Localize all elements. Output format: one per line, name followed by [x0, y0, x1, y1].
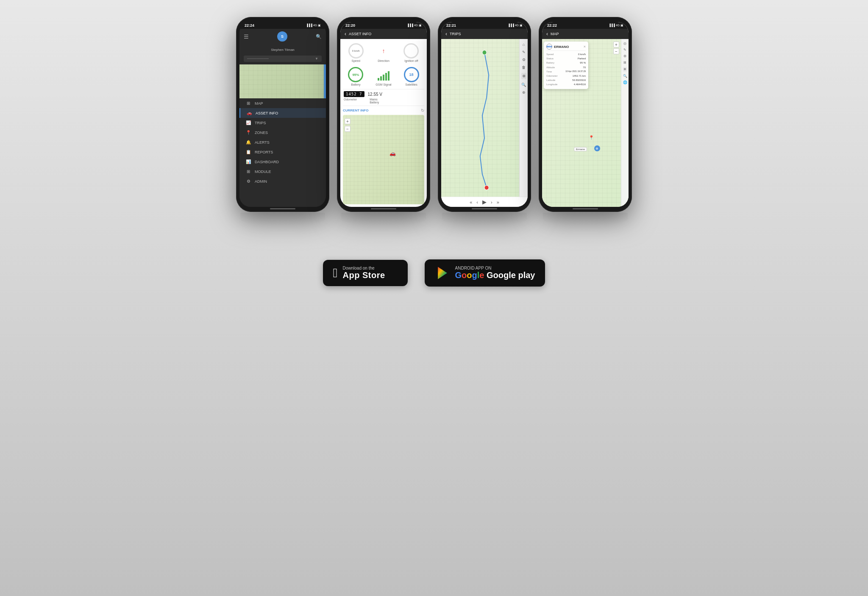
info-lon-val: 4.4644516 — [574, 82, 586, 86]
globe-icon[interactable]: 🌐 — [623, 81, 627, 84]
gsm-bar-5 — [388, 71, 389, 81]
appstore-sub: Download on the — [343, 266, 385, 270]
info-battery-val: 95 % — [580, 61, 586, 65]
ignition-circle — [403, 43, 419, 58]
googleplay-icon — [435, 265, 450, 281]
appstore-button[interactable]:  Download on the App Store — [323, 260, 408, 286]
phone-1-reflection — [240, 213, 325, 226]
voltage-display: 12.55 V — [368, 92, 382, 97]
info-status-val: Parked — [578, 56, 586, 61]
gauge-direction: ↑ Direction — [376, 43, 391, 62]
locate-icon[interactable]: ◎ — [623, 42, 626, 45]
menu-item-zones[interactable]: 📍 ZONES — [239, 128, 326, 137]
satellites-circle: 18 — [404, 67, 419, 82]
menu-item-map[interactable]: ⊞ MAP — [239, 98, 326, 108]
search-icon-map[interactable]: 🔍 — [623, 74, 627, 78]
skip-fwd-btn[interactable]: » — [497, 200, 499, 205]
phone-1-wrap: 22:24 ▐▐▐ 4G ▣ ☰ S 🔍 Stephen Tilman — [236, 17, 329, 226]
zoom-out-btn[interactable]: − — [613, 48, 619, 54]
trips-controls: « ‹ ▶ › » — [441, 197, 528, 207]
info-lon-row: Longitude 4.4644516 — [546, 82, 586, 86]
odo-labels-row: Odometer Mains Battery — [344, 98, 423, 104]
menu-item-admin[interactable]: ⚙ ADMIN — [239, 176, 326, 186]
phone-2-mini-map: + − 🚗 — [343, 115, 424, 204]
asset-dropdown[interactable]: ───────── ▼ — [244, 56, 322, 62]
trip-path-svg — [441, 39, 528, 197]
info-lat-val: 50.8320316 — [572, 78, 586, 82]
snowflake-icon[interactable]: ❄ — [521, 73, 526, 79]
back-icon-4[interactable]: ‹ — [546, 31, 548, 37]
phone-2-time: 22:20 — [345, 23, 355, 28]
snowflake-icon-2[interactable]: ❄ — [623, 67, 627, 72]
dashboard-icon: 📊 — [245, 159, 251, 164]
store-buttons-row:  Download on the App Store ANDR — [323, 259, 545, 287]
phone-2: 22:20 ▐▐▐ 4G ▣ ‹ ASSET INFO 0 km/h — [337, 17, 430, 212]
menu-item-module[interactable]: ⊞ MODULE — [239, 167, 326, 176]
gauges-row-1: 0 km/h Speed ↑ Direction — [343, 42, 424, 64]
next-btn[interactable]: › — [491, 200, 492, 205]
map-grid — [239, 64, 326, 98]
phone-2-signal-icons: ▐▐▐ 4G ▣ — [407, 24, 422, 27]
arrow-up-icon: ↑ — [382, 47, 385, 54]
odometer-row: 1452 7 12.55 V — [344, 91, 423, 97]
back-icon-2[interactable]: ‹ — [345, 31, 346, 37]
search-icon[interactable]: 🔍 — [316, 34, 322, 39]
phone-3-status-bar: 22:21 ▐▐▐ 4G ▣ — [441, 22, 528, 29]
mains-battery-label: Mains Battery — [370, 98, 379, 104]
home-icon[interactable]: ⌂ — [523, 42, 525, 47]
refresh-icon[interactable]: ↻ — [421, 108, 424, 113]
settings-icon-trips[interactable]: ⚙ — [522, 58, 526, 62]
phone-2-screen: 22:20 ▐▐▐ 4G ▣ ‹ ASSET INFO 0 km/h — [340, 22, 427, 207]
info-altitude-key: Altitude — [546, 65, 555, 70]
nav-icon[interactable]: ⊕ — [594, 145, 600, 151]
info-status-row: Status Parked — [546, 56, 586, 61]
menu-item-reports[interactable]: 📋 REPORTS — [239, 147, 326, 157]
gauge-satellites: 18 Satellites — [404, 67, 419, 86]
module-icon: ⊞ — [245, 169, 251, 174]
info-altitude-val: 70 — [583, 65, 586, 70]
map-zoom-plus[interactable]: + — [345, 118, 351, 124]
settings-icon-map[interactable]: ⚙ — [623, 54, 626, 58]
layers-icon[interactable]: ⊞ — [623, 61, 626, 64]
detail-right-panel: ◎ ✎ ⚙ ⊞ ❄ 🔍 🌐 — [621, 39, 629, 207]
zoom-icon-trips[interactable]: 🔍 — [521, 83, 526, 87]
trash-icon[interactable]: 🗑 — [522, 65, 526, 70]
menu-item-dashboard[interactable]: 📊 DASHBOARD — [239, 157, 326, 167]
play-btn[interactable]: ▶ — [482, 199, 487, 205]
svg-marker-2 — [438, 267, 447, 279]
detail-zoom-btns: + − — [613, 42, 619, 54]
svg-point-1 — [484, 185, 489, 190]
pencil-icon-2[interactable]: ✎ — [623, 48, 626, 52]
close-card-icon[interactable]: × — [584, 45, 586, 49]
menu-item-trips[interactable]: 📈 TRIPS — [239, 118, 326, 128]
blue-sidebar — [324, 64, 326, 98]
prev-btn[interactable]: ‹ — [476, 200, 478, 205]
menu-item-asset-info[interactable]: 🚗 ASSET INFO — [239, 108, 326, 118]
phone-3-wrap: 22:21 ▐▐▐ 4G ▣ ‹ TRIPS — [438, 17, 531, 226]
info-odo-row: Odometer 1452.71 km — [546, 74, 586, 78]
phone-1-header: ☰ S 🔍 — [239, 29, 326, 44]
back-icon-3[interactable]: ‹ — [445, 31, 447, 37]
phone-4-signal-icons: ▐▐▐ 4G ▣ — [609, 24, 623, 27]
hamburger-icon[interactable]: ☰ — [244, 33, 249, 40]
phone-1-menu-screen: ☰ S 🔍 Stephen Tilman ───────── ▼ — [239, 29, 326, 207]
phone-4-screen: 22:22 ▐▐▐ 4G ▣ ‹ MAP + − — [542, 22, 629, 207]
direction-label: Direction — [378, 59, 389, 62]
zoom-in-btn[interactable]: + — [613, 42, 619, 47]
pencil-icon[interactable]: ✎ — [522, 50, 526, 54]
phone-1: 22:24 ▐▐▐ 4G ▣ ☰ S 🔍 Stephen Tilman — [236, 17, 329, 212]
info-altitude-row: Altitude 70 — [546, 65, 586, 70]
map-zoom-minus[interactable]: − — [345, 126, 351, 132]
gsm-display — [376, 67, 391, 82]
googleplay-button[interactable]: ANDROID APP ON Google Google play — [425, 259, 545, 287]
phone-2-app-header: ‹ ASSET INFO — [340, 29, 427, 39]
target-icon[interactable]: ⊕ — [522, 90, 526, 95]
menu-item-alerts[interactable]: 🔔 ALERTS — [239, 137, 326, 147]
ignition-label: Ignition off — [404, 59, 418, 62]
skip-back-btn[interactable]: « — [470, 200, 472, 205]
trips-icon: 📈 — [245, 120, 251, 125]
alerts-icon: 🔔 — [245, 140, 251, 145]
info-lat-key: Latitude — [546, 78, 555, 82]
dropdown-arrow: ▼ — [315, 57, 318, 61]
gauge-gsm: GSM Signal — [376, 67, 391, 86]
